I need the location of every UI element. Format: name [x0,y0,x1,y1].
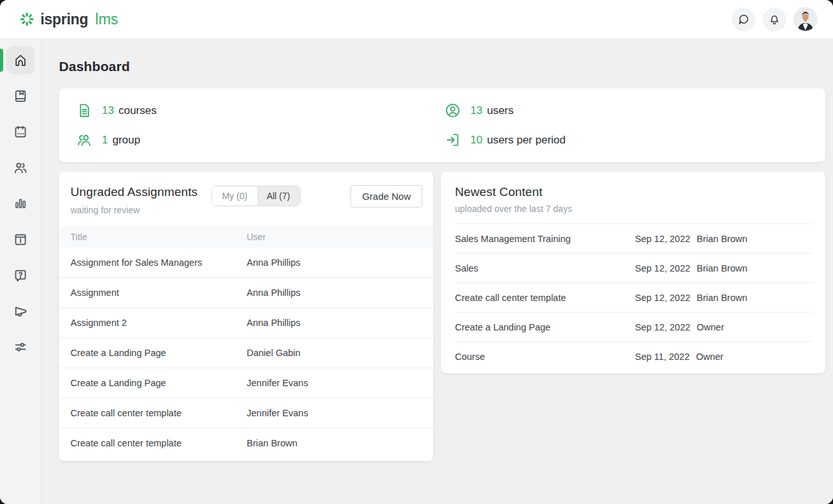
stat-group-value: 1 [102,134,108,147]
list-item[interactable]: Course Sep 11, 2022 Owner [454,341,812,371]
stats-card: 13 courses 13 users [59,88,825,162]
ungraded-subtitle: waiting for review [70,205,197,215]
question-bubble-icon [13,268,28,283]
ispring-logo[interactable]: ispring lms [19,11,118,28]
table-row[interactable]: Create call center template Jennifer Eva… [59,398,433,428]
assignments-table: Assignment for Sales Managers Anna Phill… [59,248,433,458]
chat-bubble-icon [737,13,750,26]
list-item[interactable]: Create a Landing Page Sep 12, 2022 Owner [454,312,812,341]
content-title: Sales [455,263,635,273]
newest-content-card: Newest Content uploaded over the last 7 … [441,172,825,373]
stat-courses-value: 13 [102,104,114,117]
document-icon [76,102,93,119]
stat-users-per-period-label: users per period [487,134,566,147]
content-title: Create a Landing Page [455,322,635,332]
ungraded-title: Ungraded Assignments [70,185,197,199]
table-row[interactable]: Assignment 2 Anna Phillips [59,307,433,337]
list-item[interactable]: Sales Management Training Sep 12, 2022 B… [454,224,812,253]
assignment-title: Create call center template [70,438,247,448]
calendar-icon [13,124,28,140]
sidebar-item-info[interactable] [6,225,35,254]
sidebar-item-home[interactable] [6,46,35,74]
sidebar-item-people[interactable] [6,154,35,182]
assignment-title: Assignment [70,288,247,298]
stat-users-per-period-value: 10 [470,134,482,147]
app-header: ispring lms [0,0,833,39]
bell-icon [768,13,781,26]
stat-users[interactable]: 13 users [444,102,812,119]
user-circle-icon [444,102,461,119]
assignment-title: Create a Landing Page [70,378,247,388]
content-author: Brian Brown [697,263,747,273]
home-icon [13,53,28,68]
sidebar-nav [0,39,42,504]
list-item[interactable]: Sales Sep 12, 2022 Brian Brown [454,253,812,282]
content-author: Owner [697,322,724,332]
column-user: User [247,232,422,242]
newest-title: Newest Content [455,185,811,199]
column-title: Title [70,232,247,242]
content-date: Sep 12, 2022 [635,263,690,273]
sidebar-item-help[interactable] [6,261,35,289]
sidebar-item-announcements[interactable] [6,297,35,325]
content-title: Create call center template [455,293,635,303]
assignment-title: Assignment 2 [70,318,247,328]
content-date: Sep 12, 2022 [635,322,690,332]
assignment-title: Create a Landing Page [70,348,247,358]
assignment-user: Brian Brown [247,438,422,448]
content-date: Sep 12, 2022 [635,293,690,303]
list-item[interactable]: Create call center template Sep 12, 2022… [454,282,812,312]
sliders-icon [13,339,28,355]
sidebar-item-calendar[interactable] [6,118,35,146]
app-window: ispring lms [0,0,833,504]
content-author: Brian Brown [697,234,747,244]
toggle-all[interactable]: All (7) [257,186,300,206]
content-title: Course [455,352,635,362]
sidebar-item-courses[interactable] [6,82,35,110]
messages-button[interactable] [732,8,755,31]
login-icon [444,131,461,149]
brand-product: lms [95,11,119,28]
assignment-user: Daniel Gabin [247,348,422,358]
content-date: Sep 11, 2022 [635,352,689,362]
newest-subtitle: uploaded over the last 7 days [455,204,811,214]
assignment-title: Create call center template [70,408,247,418]
assignment-user: Anna Phillips [247,288,422,298]
notifications-button[interactable] [763,8,786,31]
user-avatar[interactable] [793,7,818,31]
megaphone-icon [13,304,28,319]
grade-now-button[interactable]: Grade Now [351,185,422,207]
stat-users-label: users [487,104,514,117]
bar-chart-icon [13,196,28,211]
table-row[interactable]: Create a Landing Page Jennifer Evans [59,368,433,398]
content-author: Brian Brown [697,293,747,303]
stat-users-value: 13 [470,104,482,117]
table-row[interactable]: Create call center template Brian Brown [59,428,433,458]
stat-users-per-period[interactable]: 10 users per period [444,131,812,149]
group-icon [76,131,93,149]
brand-name: ispring [40,11,88,28]
stat-courses[interactable]: 13 courses [76,102,444,119]
ungraded-assignments-card: Ungraded Assignments waiting for review … [59,172,433,461]
assignment-title: Assignment for Sales Managers [70,257,247,268]
book-icon [13,88,28,104]
assignment-user: Anna Phillips [247,318,422,328]
stat-group[interactable]: 1 group [76,131,444,149]
content-title: Sales Management Training [455,234,635,244]
ungraded-head-text: Ungraded Assignments waiting for review [70,185,197,215]
table-row[interactable]: Assignment Anna Phillips [59,277,433,307]
people-icon [13,160,28,175]
newest-content-list: Sales Management Training Sep 12, 2022 B… [454,224,812,371]
assignments-filter-toggle: My (0) All (7) [211,186,300,206]
stat-group-label: group [112,134,140,147]
table-row[interactable]: Assignment for Sales Managers Anna Phill… [59,248,433,277]
stat-courses-label: courses [119,104,157,117]
toggle-my[interactable]: My (0) [212,186,257,206]
info-panel-icon [13,232,28,247]
table-row[interactable]: Create a Landing Page Daniel Gabin [59,337,433,368]
sidebar-item-settings[interactable] [6,333,35,361]
sidebar-item-reports[interactable] [6,190,35,218]
assignment-user: Jennifer Evans [247,408,422,418]
main-content: Dashboard 13 courses [42,39,833,504]
content-date: Sep 12, 2022 [635,234,690,244]
